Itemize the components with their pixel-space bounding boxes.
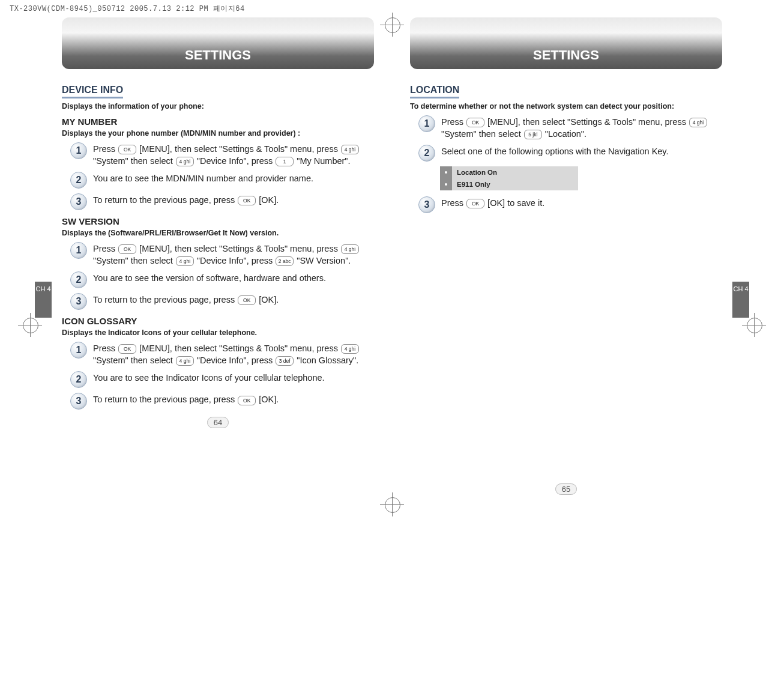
- key-4-icon: 4 ghi: [341, 145, 359, 154]
- registration-mark-right: [747, 318, 761, 332]
- text-fragment: Press: [93, 144, 118, 154]
- key-2-icon: 2 abc: [276, 256, 294, 266]
- step-item: 1 Press OK [MENU], then select "Settings…: [418, 115, 722, 140]
- subsection-icon-glossary-desc: Displays the Indicator Icons of your cel…: [62, 328, 374, 337]
- step-text: Press OK [MENU], then select "Settings &…: [93, 342, 374, 366]
- step-text: You are to see the MDN/MIN number and pr…: [93, 172, 313, 185]
- text-fragment: [MENU], then select "Settings & Tools" m…: [137, 344, 340, 353]
- text-fragment: [OK].: [256, 295, 279, 304]
- text-fragment: Press: [93, 344, 118, 353]
- step-item: 1 Press OK [MENU], then select "Settings…: [70, 142, 374, 167]
- subsection-my-number-desc: Displays the your phone number (MDN/MIN …: [62, 129, 374, 138]
- text-fragment: [OK].: [256, 395, 279, 404]
- ok-key-icon: OK: [238, 196, 256, 205]
- section-location-desc: To determine whether or not the network …: [410, 102, 722, 110]
- text-fragment: [MENU], then select "Settings & Tools" m…: [137, 144, 340, 154]
- page-number-left: 64: [62, 418, 374, 427]
- text-fragment: Press: [93, 244, 118, 253]
- text-fragment: "Icon Glossary".: [294, 356, 358, 365]
- key-4-icon: 4 ghi: [176, 256, 194, 266]
- ok-key-icon: OK: [466, 199, 484, 208]
- step-text: Select one of the following options with…: [441, 145, 669, 158]
- step-number-badge: 1: [70, 142, 87, 159]
- page-right: SETTINGS LOCATION To determine whether o…: [392, 17, 740, 494]
- chapter-header-right: SETTINGS: [410, 17, 722, 69]
- ok-key-icon: OK: [466, 118, 484, 127]
- text-fragment: "System" then select: [93, 256, 175, 265]
- step-text: To return to the previous page, press OK…: [93, 293, 279, 306]
- registration-mark-bottom: [385, 497, 399, 512]
- step-text: Press OK [OK] to save it.: [441, 196, 544, 210]
- text-fragment: "System" then select: [441, 129, 523, 139]
- option-row: • E911 Only: [440, 178, 578, 190]
- step-item: 3 To return to the previous page, press …: [70, 393, 374, 410]
- step-number-badge: 3: [418, 196, 435, 213]
- text-fragment: "Device Info", press: [194, 156, 275, 166]
- ok-key-icon: OK: [238, 396, 256, 405]
- key-3-icon: 3 def: [276, 356, 294, 366]
- step-text: Press OK [MENU], then select "Settings &…: [441, 115, 722, 140]
- subsection-sw-version-title: SW VERSION: [62, 216, 374, 226]
- text-fragment: "SW Version".: [294, 256, 351, 265]
- step-text: Press OK [MENU], then select "Settings &…: [93, 142, 374, 167]
- step-number-badge: 1: [70, 342, 87, 359]
- subsection-my-number-title: MY NUMBER: [62, 117, 374, 127]
- step-number-badge: 2: [70, 371, 87, 388]
- text-fragment: To return to the previous page, press: [93, 395, 237, 404]
- text-fragment: "System" then select: [93, 156, 175, 166]
- step-text: You are to see the version of software, …: [93, 271, 326, 285]
- step-text: You are to see the Indicator Icons of yo…: [93, 371, 325, 384]
- step-item: 3 Press OK [OK] to save it.: [418, 196, 722, 213]
- option-label: E911 Only: [452, 179, 495, 190]
- bullet-icon: •: [440, 166, 452, 178]
- text-fragment: Press: [441, 198, 466, 208]
- step-item: 2 You are to see the version of software…: [70, 271, 374, 288]
- step-text: To return to the previous page, press OK…: [93, 393, 279, 406]
- chapter-header-left: SETTINGS: [62, 17, 374, 69]
- step-item: 2 You are to see the MDN/MIN number and …: [70, 172, 374, 189]
- text-fragment: "System" then select: [93, 356, 175, 365]
- step-item: 3 To return to the previous page, press …: [70, 293, 374, 310]
- bullet-icon: •: [440, 178, 452, 190]
- section-location-title: LOCATION: [410, 85, 459, 98]
- step-item: 1 Press OK [MENU], then select "Settings…: [70, 242, 374, 267]
- key-5-icon: 5 jkl: [524, 130, 542, 139]
- subsection-icon-glossary-title: ICON GLOSSARY: [62, 316, 374, 326]
- key-4-icon: 4 ghi: [341, 244, 359, 254]
- step-number-badge: 3: [70, 293, 87, 310]
- ok-key-icon: OK: [238, 295, 256, 305]
- step-number-badge: 3: [70, 193, 87, 210]
- step-item: 1 Press OK [MENU], then select "Settings…: [70, 342, 374, 366]
- step-item: 2 You are to see the Indicator Icons of …: [70, 371, 374, 388]
- key-4-icon: 4 ghi: [341, 344, 359, 354]
- key-4-icon: 4 ghi: [176, 356, 194, 366]
- text-fragment: "Device Info", press: [194, 356, 275, 365]
- text-fragment: [OK] to save it.: [485, 198, 544, 208]
- option-label: Location On: [452, 167, 502, 178]
- step-item: 3 To return to the previous page, press …: [70, 193, 374, 210]
- location-options-box: • Location On • E911 Only: [440, 166, 578, 190]
- key-4-icon: 4 ghi: [689, 118, 707, 127]
- text-fragment: [MENU], then select "Settings & Tools" m…: [485, 117, 689, 127]
- text-fragment: Press: [441, 117, 466, 127]
- subsection-sw-version-desc: Displays the (Software/PRL/ERI/Browser/G…: [62, 229, 374, 237]
- text-fragment: "Device Info", press: [194, 256, 275, 265]
- text-fragment: "My Number".: [294, 156, 350, 166]
- step-number-badge: 2: [70, 172, 87, 189]
- text-fragment: "Location".: [543, 129, 586, 139]
- option-row: • Location On: [440, 166, 578, 178]
- text-fragment: To return to the previous page, press: [93, 195, 237, 205]
- step-number-badge: 2: [70, 271, 87, 288]
- page-left: SETTINGS DEVICE INFO Displays the inform…: [44, 17, 392, 494]
- key-4-icon: 4 ghi: [176, 157, 194, 166]
- step-text: Press OK [MENU], then select "Settings &…: [93, 242, 374, 267]
- registration-mark-left: [23, 318, 37, 332]
- text-fragment: [OK].: [256, 195, 279, 205]
- step-number-badge: 2: [418, 145, 435, 162]
- step-number-badge: 3: [70, 393, 87, 410]
- key-1-icon: 1: [276, 157, 294, 166]
- ok-key-icon: OK: [118, 145, 136, 154]
- section-device-info-desc: Displays the information of your phone:: [62, 102, 374, 110]
- step-number-badge: 1: [70, 242, 87, 259]
- section-device-info-title: DEVICE INFO: [62, 85, 123, 98]
